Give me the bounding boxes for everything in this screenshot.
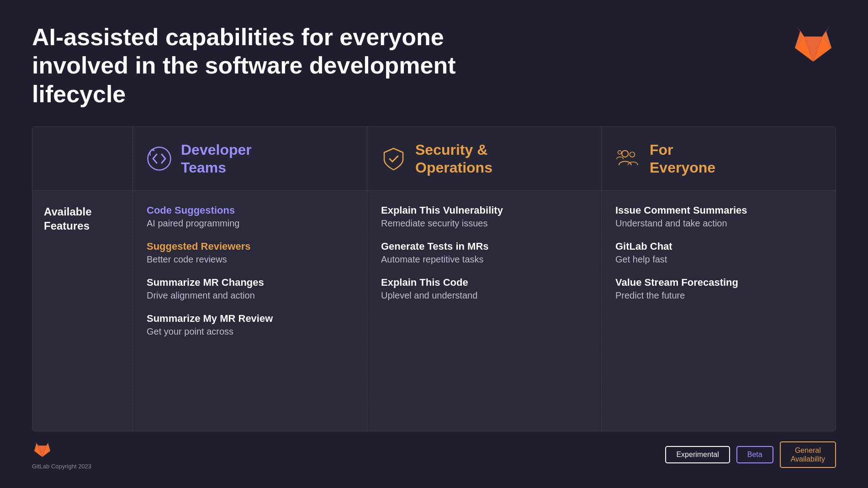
feature-desc: AI paired programming bbox=[147, 218, 353, 229]
feature-title: Value Stream Forecasting bbox=[615, 277, 822, 289]
feature-explain-code: Explain This Code Uplevel and understand bbox=[381, 277, 587, 301]
feature-title: Explain This Vulnerability bbox=[381, 205, 587, 216]
feature-title: Summarize MR Changes bbox=[147, 277, 353, 289]
main-table: AvailableFeatures D bbox=[32, 126, 836, 431]
everyone-column-title: For Everyone bbox=[650, 141, 715, 176]
feature-title: GitLab Chat bbox=[615, 241, 822, 252]
feature-summarize-review: Summarize My MR Review Get your point ac… bbox=[147, 313, 353, 337]
security-column: Security & Operations Explain This Vulne… bbox=[367, 127, 602, 431]
everyone-column-header: For Everyone bbox=[602, 127, 836, 191]
feature-gitlab-chat: GitLab Chat Get help fast bbox=[615, 241, 822, 265]
everyone-column: For Everyone Issue Comment Summaries Und… bbox=[602, 127, 836, 431]
label-column: AvailableFeatures bbox=[32, 127, 133, 431]
feature-desc: Remediate security issues bbox=[381, 218, 587, 229]
developer-column-body: Code Suggestions AI paired programming S… bbox=[133, 191, 367, 431]
label-col-header bbox=[32, 127, 132, 191]
developer-column-header: Developer Teams bbox=[133, 127, 367, 191]
gitlab-logo-header bbox=[790, 23, 836, 68]
developer-column: Developer Teams Code Suggestions AI pair… bbox=[133, 127, 367, 431]
main-title: AI-assisted capabilities for everyone in… bbox=[32, 23, 535, 108]
feature-desc: Understand and take action bbox=[615, 218, 822, 229]
footer-copyright: GitLab Copyright 2023 bbox=[32, 463, 91, 470]
feature-title: Explain This Code bbox=[381, 277, 587, 289]
legend-beta-button[interactable]: Beta bbox=[736, 446, 773, 463]
slide-container: AI-assisted capabilities for everyone in… bbox=[0, 0, 868, 488]
legend-ga-button[interactable]: GeneralAvailability bbox=[780, 441, 836, 468]
available-features-label: AvailableFeatures bbox=[44, 205, 92, 233]
feature-desc: Better code reviews bbox=[147, 254, 353, 265]
svg-point-11 bbox=[622, 151, 628, 157]
gitlab-logo-footer bbox=[32, 440, 53, 460]
security-column-title: Security & Operations bbox=[415, 141, 492, 176]
feature-desc: Drive alignment and action bbox=[147, 290, 353, 301]
feature-code-suggestions: Code Suggestions AI paired programming bbox=[147, 205, 353, 229]
feature-title: Suggested Reviewers bbox=[147, 241, 353, 252]
feature-suggested-reviewers: Suggested Reviewers Better code reviews bbox=[147, 241, 353, 265]
shield-check-icon bbox=[381, 146, 406, 171]
feature-desc: Get help fast bbox=[615, 254, 822, 265]
feature-value-stream: Value Stream Forecasting Predict the fut… bbox=[615, 277, 822, 301]
content-columns: Developer Teams Code Suggestions AI pair… bbox=[133, 127, 836, 431]
people-icon bbox=[615, 146, 640, 171]
feature-title: Summarize My MR Review bbox=[147, 313, 353, 325]
security-column-header: Security & Operations bbox=[367, 127, 601, 191]
feature-desc: Uplevel and understand bbox=[381, 290, 587, 301]
feature-issue-comment: Issue Comment Summaries Understand and t… bbox=[615, 205, 822, 229]
code-brackets-icon bbox=[147, 146, 172, 171]
legend-experimental-button[interactable]: Experimental bbox=[665, 446, 730, 463]
feature-title: Code Suggestions bbox=[147, 205, 353, 216]
feature-summarize-mr: Summarize MR Changes Drive alignment and… bbox=[147, 277, 353, 301]
feature-generate-tests: Generate Tests in MRs Automate repetitiv… bbox=[381, 241, 587, 265]
header: AI-assisted capabilities for everyone in… bbox=[32, 23, 836, 108]
everyone-column-body: Issue Comment Summaries Understand and t… bbox=[602, 191, 836, 431]
feature-desc: Automate repetitive tasks bbox=[381, 254, 587, 265]
feature-desc: Get your point across bbox=[147, 326, 353, 337]
svg-point-12 bbox=[630, 152, 635, 157]
feature-title: Generate Tests in MRs bbox=[381, 241, 587, 252]
label-col-body: AvailableFeatures bbox=[32, 191, 132, 431]
feature-desc: Predict the future bbox=[615, 290, 822, 301]
feature-explain-vuln: Explain This Vulnerability Remediate sec… bbox=[381, 205, 587, 229]
legend-items: Experimental Beta GeneralAvailability bbox=[665, 441, 836, 468]
svg-point-13 bbox=[618, 151, 622, 154]
developer-column-title: Developer Teams bbox=[181, 141, 252, 176]
footer: GitLab Copyright 2023 Experimental Beta … bbox=[32, 431, 836, 470]
feature-title: Issue Comment Summaries bbox=[615, 205, 822, 216]
footer-left: GitLab Copyright 2023 bbox=[32, 440, 91, 470]
security-column-body: Explain This Vulnerability Remediate sec… bbox=[367, 191, 601, 431]
